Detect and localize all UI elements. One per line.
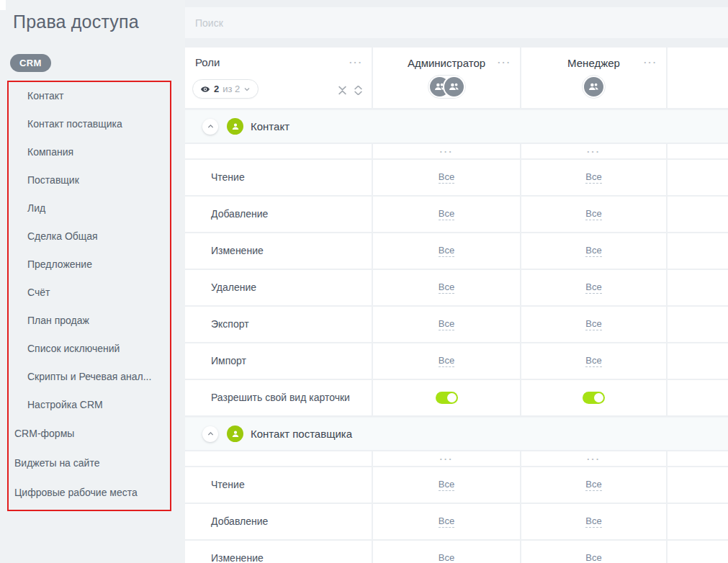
cell-menu-icon[interactable]: ···	[440, 454, 454, 464]
permission-value-cell: Все	[521, 307, 666, 342]
empty-cell	[668, 160, 728, 195]
permission-row: Разрешить свой вид карточки	[185, 380, 728, 415]
permission-value-cell: Все	[373, 504, 520, 539]
permission-value-link[interactable]: Все	[585, 515, 601, 528]
permission-value-cell: Все	[521, 343, 666, 379]
permission-value-link[interactable]: Все	[585, 355, 601, 368]
empty-cell	[668, 197, 728, 232]
permission-row: ЧтениеВсеВсе	[185, 160, 728, 195]
permission-value-link[interactable]: Все	[585, 171, 601, 184]
permission-value-link[interactable]: Все	[439, 552, 454, 563]
permission-value-cell: Все	[521, 541, 666, 563]
role-column-admin: Администратор ···	[373, 48, 520, 108]
entity-person-icon	[227, 425, 243, 442]
sidebar-item[interactable]: Виджеты на сайте	[9, 449, 170, 478]
permission-value-link[interactable]: Все	[439, 355, 454, 368]
cell-menu: ···	[521, 451, 666, 466]
sidebar-item[interactable]: Предложение	[9, 251, 170, 279]
sidebar-item[interactable]: Компания	[9, 138, 170, 166]
people-icon	[444, 77, 464, 96]
role-menu-icon[interactable]: ···	[644, 58, 657, 67]
sidebar-item[interactable]: Счёт	[9, 279, 170, 307]
permissions-table: Роли ··· 2 из 2 Админ	[185, 48, 728, 563]
empty-cell	[668, 504, 728, 539]
sidebar-item[interactable]: Лид	[9, 194, 170, 222]
empty-cell	[668, 144, 728, 158]
permission-value-cell: Все	[521, 504, 666, 539]
permission-value-link[interactable]: Все	[439, 245, 454, 258]
permission-toggle-on[interactable]	[436, 392, 458, 404]
role-avatar-group[interactable]	[582, 75, 606, 99]
permission-value-link[interactable]: Все	[585, 318, 601, 331]
sidebar-item[interactable]: Скрипты и Речевая анал...	[9, 363, 170, 391]
empty-cell	[668, 467, 728, 503]
sidebar-item[interactable]: Цифровые рабочие места	[9, 478, 170, 508]
permission-value-cell: Все	[373, 541, 520, 563]
roles-header-cell: Роли ··· 2 из 2	[185, 48, 372, 108]
search-input[interactable]	[185, 7, 728, 38]
permission-label: Экспорт	[185, 307, 372, 342]
permission-row: ИзменениеВсеВсе	[185, 541, 728, 563]
role-menu-icon[interactable]: ···	[498, 58, 511, 67]
permission-value-cell: Все	[373, 343, 520, 379]
sidebar-item[interactable]: Контакт	[9, 82, 170, 110]
chevron-down-icon	[243, 86, 251, 93]
permission-value-link[interactable]: Все	[439, 171, 454, 184]
permission-value-cell: Все	[373, 160, 520, 195]
sidebar-item[interactable]: CRM-формы	[9, 419, 170, 449]
roles-menu-icon[interactable]: ···	[349, 58, 363, 67]
sidebar-item[interactable]: План продаж	[9, 307, 170, 335]
permission-label: Чтение	[185, 467, 372, 503]
sidebar-item[interactable]: Контакт поставщика	[9, 110, 170, 138]
permission-value-cell: Все	[373, 467, 520, 503]
sidebar-item[interactable]: Поставщик	[9, 166, 170, 194]
cell-menu: ···	[373, 451, 520, 466]
empty-cell	[668, 307, 728, 342]
permission-row: ИмпортВсеВсе	[185, 343, 728, 379]
permission-value-link[interactable]: Все	[439, 208, 454, 221]
cell-menu-icon[interactable]: ···	[587, 147, 601, 156]
sidebar-item[interactable]: Сделка Общая	[9, 222, 170, 251]
cell-menu-icon[interactable]: ···	[440, 147, 454, 156]
highlight-red-box: КонтактКонтакт поставщикаКомпанияПоставщ…	[7, 81, 171, 511]
permission-value-cell	[521, 380, 666, 415]
section-collapse-button[interactable]	[202, 119, 218, 135]
permission-value-cell: Все	[521, 233, 666, 269]
permission-value-cell: Все	[521, 270, 666, 305]
permission-row: УдалениеВсеВсе	[185, 270, 728, 305]
crm-badge: CRM	[10, 54, 51, 72]
collapse-all-icon[interactable]	[338, 86, 347, 95]
permission-value-link[interactable]: Все	[439, 479, 454, 492]
permission-value-link[interactable]: Все	[439, 282, 454, 294]
sidebar-item[interactable]: Список исключений	[9, 335, 170, 363]
empty-cell	[668, 541, 728, 563]
permission-value-cell	[373, 380, 520, 415]
roles-filter-pill[interactable]: 2 из 2	[192, 79, 259, 99]
permission-value-link[interactable]: Все	[585, 245, 601, 258]
section-menu-row: ······	[185, 451, 728, 466]
permission-value-cell: Все	[373, 270, 520, 305]
permission-value-link[interactable]: Все	[585, 479, 601, 492]
role-avatar-group[interactable]	[428, 75, 466, 99]
corner-notch	[0, 0, 6, 10]
permission-label: Чтение	[185, 160, 372, 195]
permission-toggle-on[interactable]	[583, 392, 605, 404]
section-menu-row: ······	[185, 144, 728, 158]
permission-label: Изменение	[185, 541, 372, 563]
chevron-up-icon	[207, 430, 215, 438]
permission-value-link[interactable]: Все	[585, 282, 601, 294]
section-collapse-button[interactable]	[202, 426, 218, 442]
permission-value-link[interactable]: Все	[585, 552, 601, 563]
permission-value-link[interactable]: Все	[439, 318, 454, 331]
permission-value-cell: Все	[521, 160, 666, 195]
permission-value-link[interactable]: Все	[585, 208, 601, 221]
permission-value-link[interactable]: Все	[439, 515, 454, 528]
cell-menu-icon[interactable]: ···	[587, 454, 601, 464]
empty-cell	[185, 451, 372, 466]
cell-menu: ···	[521, 144, 666, 158]
search-bar	[185, 7, 728, 38]
sidebar-item[interactable]: Настройка CRM	[9, 391, 170, 419]
filter-total: из 2	[223, 84, 240, 94]
expand-all-icon[interactable]	[354, 86, 363, 95]
table-header-row: Роли ··· 2 из 2 Админ	[185, 48, 728, 108]
